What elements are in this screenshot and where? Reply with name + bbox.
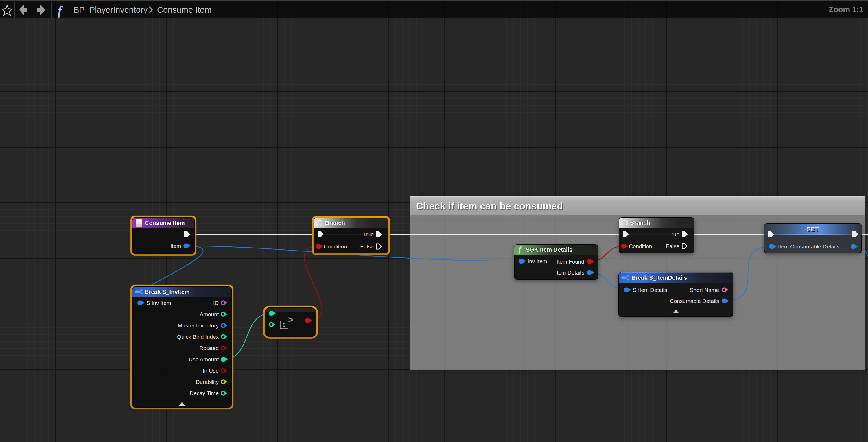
- svg-text:Zoom 1:1: Zoom 1:1: [829, 5, 863, 13]
- svg-text:Decay Time: Decay Time: [190, 390, 219, 396]
- svg-text:False: False: [361, 244, 374, 250]
- svg-text:Quick Bind Index: Quick Bind Index: [177, 334, 219, 340]
- svg-text:Condition: Condition: [629, 243, 652, 249]
- svg-text:Break S_InvItem: Break S_InvItem: [145, 289, 190, 295]
- svg-text:Use Amount: Use Amount: [189, 356, 219, 362]
- svg-text:Consume Item: Consume Item: [145, 220, 185, 226]
- svg-text:Amount: Amount: [200, 311, 219, 317]
- svg-text:Consumable Details: Consumable Details: [670, 298, 719, 304]
- svg-text:Rotated: Rotated: [199, 345, 219, 351]
- svg-text:Branch: Branch: [630, 220, 650, 226]
- svg-text:Item Consumable Details: Item Consumable Details: [778, 244, 839, 250]
- svg-text:f: f: [58, 3, 63, 18]
- svg-text:S Inv Item: S Inv Item: [146, 300, 171, 306]
- svg-text:ID: ID: [213, 300, 219, 306]
- svg-text:In Use: In Use: [203, 368, 219, 374]
- svg-text:0: 0: [283, 322, 285, 328]
- svg-text:Item: Item: [170, 243, 181, 249]
- svg-text:Master Inventory: Master Inventory: [178, 322, 219, 328]
- svg-text:Consume Item: Consume Item: [157, 5, 212, 14]
- svg-text:True: True: [363, 231, 374, 238]
- svg-text:Short Name: Short Name: [690, 287, 719, 293]
- svg-text:Branch: Branch: [325, 220, 345, 226]
- svg-text:>: >: [288, 315, 293, 325]
- svg-text:SET: SET: [807, 226, 819, 233]
- svg-text:SGK Item Details: SGK Item Details: [526, 247, 572, 253]
- svg-text:Durability: Durability: [196, 379, 219, 385]
- svg-text:Break S_ItemDetails: Break S_ItemDetails: [631, 275, 687, 281]
- svg-text:Check if item can be consumed: Check if item can be consumed: [416, 200, 563, 212]
- svg-text:True: True: [669, 231, 679, 238]
- svg-text:Item Found: Item Found: [557, 259, 584, 265]
- svg-text:Condition: Condition: [324, 244, 347, 250]
- svg-text:BP_PlayerInventory: BP_PlayerInventory: [73, 5, 148, 14]
- svg-text:S Item Details: S Item Details: [633, 287, 667, 293]
- svg-text:Item Details: Item Details: [555, 270, 584, 276]
- svg-text:Inv Item: Inv Item: [528, 258, 547, 264]
- svg-text:False: False: [666, 243, 679, 249]
